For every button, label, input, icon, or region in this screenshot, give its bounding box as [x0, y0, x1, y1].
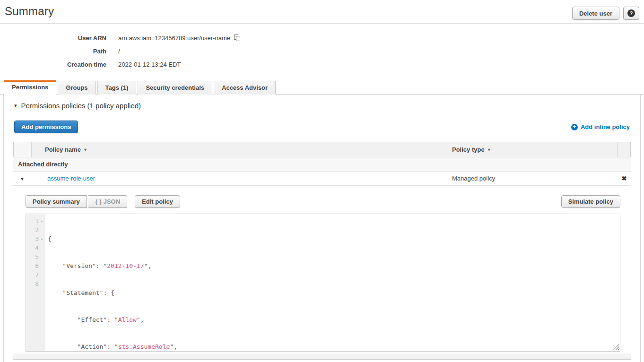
- path-value: /: [118, 48, 120, 55]
- json-policy-editor[interactable]: 1▾ 2 3▾ 4 5 6 7 8 { "Version": "2012-10-…: [26, 214, 620, 352]
- creation-time-value: 2022-01-12 13:24 EDT: [118, 61, 181, 68]
- copy-icon[interactable]: [234, 34, 241, 41]
- add-permissions-button[interactable]: Add permissions: [14, 121, 78, 133]
- permissions-policies-section-header[interactable]: ▾ Permissions policies (1 policy applied…: [10, 95, 634, 115]
- fold-caret-icon[interactable]: ▾: [39, 216, 45, 225]
- editor-gutter: 1▾ 2 3▾ 4 5 6 7 8: [26, 214, 45, 351]
- user-arn-label: User ARN: [0, 34, 118, 42]
- detail-row-user-arn: User ARN arn:aws:iam::123456789:user/use…: [0, 31, 644, 44]
- header-buttons: Delete user ?: [572, 7, 639, 20]
- table-header-row: Policy name ▾ Policy type ▾: [13, 142, 631, 157]
- plus-circle-icon: +: [571, 124, 578, 130]
- user-arn-value: arn:aws:iam::123456789:user/user-name: [118, 34, 230, 42]
- simulate-policy-button[interactable]: Simulate policy: [561, 195, 620, 208]
- page-title: Summary: [5, 5, 54, 18]
- permissions-tab-panel: ▾ Permissions policies (1 policy applied…: [3, 95, 641, 362]
- row-caret-icon: ▼: [20, 177, 25, 181]
- delete-user-button[interactable]: Delete user: [572, 7, 619, 20]
- page-header: Summary Delete user ?: [0, 0, 644, 20]
- code-line: "Statement": {: [48, 288, 620, 297]
- detail-row-creation-time: Creation time 2022-01-12 13:24 EDT: [0, 58, 644, 71]
- creation-time-label: Creation time: [0, 61, 118, 68]
- policy-view-toggle-group: Policy summary { } JSON: [26, 195, 127, 208]
- tab-security-credentials[interactable]: Security credentials: [138, 81, 212, 95]
- code-line: "Action": "sts:AssumeRole",: [48, 342, 620, 351]
- code-line: {: [48, 234, 620, 243]
- code-line: "Effect": "Allow",: [48, 315, 620, 324]
- sort-caret-icon: ▾: [488, 147, 490, 152]
- section-divider: [10, 115, 634, 115]
- policy-name-link[interactable]: assume-role-user: [47, 175, 95, 182]
- section-title: Permissions policies (1 policy applied): [21, 102, 141, 110]
- path-label: Path: [0, 48, 118, 55]
- editor-code-area[interactable]: { "Version": "2012-10-17", "Statement": …: [45, 214, 620, 351]
- table-header-actions: [617, 142, 630, 157]
- help-icon: ?: [627, 9, 635, 17]
- tab-access-advisor[interactable]: Access Advisor: [214, 81, 276, 95]
- add-inline-policy-link[interactable]: + Add inline policy: [571, 123, 630, 130]
- attached-policies-table: Policy name ▾ Policy type ▾ Attached dir…: [13, 142, 631, 352]
- policy-type-cell: Managed policy: [447, 175, 618, 182]
- table-header-spacer: [14, 142, 32, 157]
- header-divider: [0, 23, 644, 24]
- policy-table-row: ▼ assume-role-user Managed policy ✖: [13, 172, 631, 186]
- policy-detail-panel: Policy summary { } JSON Edit policy Simu…: [13, 186, 631, 352]
- edit-policy-button[interactable]: Edit policy: [135, 195, 180, 208]
- collapse-caret-icon: ▾: [14, 103, 17, 109]
- tab-tags[interactable]: Tags (1): [97, 81, 137, 95]
- table-footer-strip: [13, 353, 631, 360]
- policy-summary-button[interactable]: Policy summary: [26, 195, 87, 208]
- column-header-policy-name[interactable]: Policy name ▾: [32, 142, 447, 157]
- sort-caret-icon: ▾: [84, 147, 87, 152]
- expand-row-toggle[interactable]: ▼: [13, 175, 31, 182]
- json-view-button[interactable]: { } JSON: [88, 195, 127, 208]
- code-line: "Version": "2012-10-17",: [48, 261, 620, 270]
- tab-permissions[interactable]: Permissions: [4, 80, 56, 95]
- group-row-attached-directly: Attached directly: [13, 157, 631, 172]
- detach-policy-icon[interactable]: ✖: [622, 175, 627, 182]
- help-button[interactable]: ?: [623, 7, 639, 20]
- tab-bar: Permissions Groups Tags (1) Security cre…: [0, 80, 644, 95]
- user-details: User ARN arn:aws:iam::123456789:user/use…: [0, 31, 644, 71]
- fold-caret-icon[interactable]: ▾: [39, 234, 45, 243]
- column-header-policy-type[interactable]: Policy type ▾: [447, 142, 617, 157]
- detail-row-path: Path /: [0, 44, 644, 58]
- policy-view-row: Policy summary { } JSON Edit policy Simu…: [26, 195, 620, 208]
- tab-groups[interactable]: Groups: [58, 81, 96, 95]
- actions-row: Add permissions + Add inline policy: [14, 121, 630, 133]
